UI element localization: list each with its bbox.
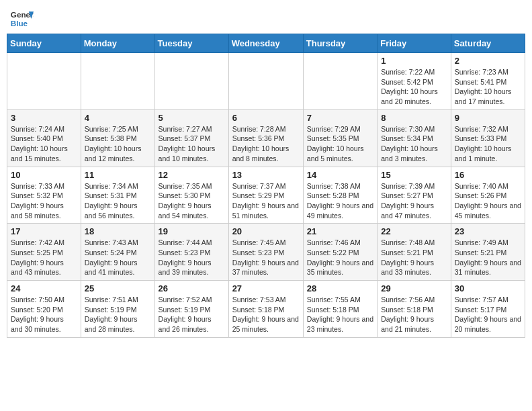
- weekday-header-monday: Monday: [81, 34, 154, 53]
- day-info: Sunrise: 7:55 AM Sunset: 5:18 PM Dayligh…: [307, 295, 373, 334]
- calendar-cell: 29Sunrise: 7:56 AM Sunset: 5:18 PM Dayli…: [378, 281, 451, 338]
- day-info: Sunrise: 7:43 AM Sunset: 5:24 PM Dayligh…: [85, 238, 151, 277]
- day-info: Sunrise: 7:40 AM Sunset: 5:26 PM Dayligh…: [455, 181, 521, 221]
- day-number: 9: [455, 113, 521, 123]
- day-info: Sunrise: 7:35 AM Sunset: 5:30 PM Dayligh…: [159, 181, 225, 221]
- day-info: Sunrise: 7:32 AM Sunset: 5:33 PM Dayligh…: [455, 124, 521, 164]
- day-number: 8: [381, 113, 447, 123]
- calendar-cell: 30Sunrise: 7:57 AM Sunset: 5:17 PM Dayli…: [451, 281, 525, 338]
- day-info: Sunrise: 7:24 AM Sunset: 5:40 PM Dayligh…: [11, 124, 77, 164]
- calendar-cell: [154, 53, 228, 110]
- day-info: Sunrise: 7:33 AM Sunset: 5:32 PM Dayligh…: [11, 181, 77, 221]
- day-info: Sunrise: 7:48 AM Sunset: 5:21 PM Dayligh…: [381, 238, 447, 277]
- day-number: 7: [307, 113, 373, 123]
- calendar-cell: 6Sunrise: 7:28 AM Sunset: 5:36 PM Daylig…: [228, 109, 303, 167]
- day-info: Sunrise: 7:50 AM Sunset: 5:20 PM Dayligh…: [11, 295, 77, 334]
- calendar-cell: 19Sunrise: 7:44 AM Sunset: 5:23 PM Dayli…: [154, 224, 228, 281]
- day-number: 11: [85, 170, 151, 180]
- weekday-header-friday: Friday: [378, 34, 451, 53]
- day-number: 24: [11, 283, 77, 293]
- weekday-header-thursday: Thursday: [303, 34, 377, 53]
- day-number: 18: [85, 226, 151, 236]
- calendar-cell: 5Sunrise: 7:27 AM Sunset: 5:37 PM Daylig…: [154, 109, 228, 167]
- calendar-cell: 4Sunrise: 7:25 AM Sunset: 5:38 PM Daylig…: [81, 109, 154, 167]
- day-number: 5: [159, 113, 225, 123]
- day-number: 29: [381, 283, 447, 293]
- day-info: Sunrise: 7:53 AM Sunset: 5:18 PM Dayligh…: [232, 295, 300, 334]
- day-number: 26: [159, 283, 225, 293]
- calendar-cell: 11Sunrise: 7:34 AM Sunset: 5:31 PM Dayli…: [81, 167, 154, 224]
- day-number: 16: [455, 170, 521, 180]
- calendar-cell: 12Sunrise: 7:35 AM Sunset: 5:30 PM Dayli…: [154, 167, 228, 224]
- calendar-cell: 7Sunrise: 7:29 AM Sunset: 5:35 PM Daylig…: [303, 109, 377, 167]
- day-info: Sunrise: 7:30 AM Sunset: 5:34 PM Dayligh…: [381, 124, 447, 164]
- day-number: 3: [11, 113, 77, 123]
- calendar-cell: 21Sunrise: 7:46 AM Sunset: 5:22 PM Dayli…: [303, 224, 377, 281]
- calendar-cell: 9Sunrise: 7:32 AM Sunset: 5:33 PM Daylig…: [451, 109, 525, 167]
- day-number: 6: [232, 113, 300, 123]
- weekday-header-wednesday: Wednesday: [228, 34, 303, 53]
- week-row-3: 10Sunrise: 7:33 AM Sunset: 5:32 PM Dayli…: [7, 167, 525, 224]
- day-info: Sunrise: 7:52 AM Sunset: 5:19 PM Dayligh…: [159, 295, 225, 334]
- weekday-header-tuesday: Tuesday: [154, 34, 228, 53]
- day-info: Sunrise: 7:45 AM Sunset: 5:23 PM Dayligh…: [232, 238, 300, 277]
- calendar-table: SundayMondayTuesdayWednesdayThursdayFrid…: [7, 34, 525, 338]
- calendar-cell: 24Sunrise: 7:50 AM Sunset: 5:20 PM Dayli…: [7, 281, 81, 338]
- day-number: 10: [11, 170, 77, 180]
- day-info: Sunrise: 7:44 AM Sunset: 5:23 PM Dayligh…: [159, 238, 225, 277]
- day-number: 21: [307, 226, 373, 236]
- day-number: 1: [381, 56, 447, 66]
- week-row-5: 24Sunrise: 7:50 AM Sunset: 5:20 PM Dayli…: [7, 281, 525, 338]
- day-number: 15: [381, 170, 447, 180]
- day-info: Sunrise: 7:39 AM Sunset: 5:27 PM Dayligh…: [381, 181, 447, 221]
- page-header: General Blue: [7, 7, 525, 31]
- calendar-cell: 20Sunrise: 7:45 AM Sunset: 5:23 PM Dayli…: [228, 224, 303, 281]
- day-number: 2: [455, 56, 521, 66]
- calendar-cell: 17Sunrise: 7:42 AM Sunset: 5:25 PM Dayli…: [7, 224, 81, 281]
- day-number: 28: [307, 283, 373, 293]
- day-info: Sunrise: 7:28 AM Sunset: 5:36 PM Dayligh…: [232, 124, 300, 164]
- calendar-cell: 23Sunrise: 7:49 AM Sunset: 5:21 PM Dayli…: [451, 224, 525, 281]
- calendar-cell: [81, 53, 154, 110]
- day-number: 27: [232, 283, 300, 293]
- day-info: Sunrise: 7:27 AM Sunset: 5:37 PM Dayligh…: [159, 124, 225, 164]
- weekday-header-row: SundayMondayTuesdayWednesdayThursdayFrid…: [7, 34, 525, 53]
- weekday-header-sunday: Sunday: [7, 34, 81, 53]
- day-number: 22: [381, 226, 447, 236]
- calendar-cell: [7, 53, 81, 110]
- calendar-cell: 28Sunrise: 7:55 AM Sunset: 5:18 PM Dayli…: [303, 281, 377, 338]
- day-info: Sunrise: 7:46 AM Sunset: 5:22 PM Dayligh…: [307, 238, 373, 277]
- calendar-cell: 16Sunrise: 7:40 AM Sunset: 5:26 PM Dayli…: [451, 167, 525, 224]
- week-row-2: 3Sunrise: 7:24 AM Sunset: 5:40 PM Daylig…: [7, 109, 525, 167]
- logo: General Blue: [9, 7, 34, 31]
- day-info: Sunrise: 7:51 AM Sunset: 5:19 PM Dayligh…: [85, 295, 151, 334]
- day-info: Sunrise: 7:29 AM Sunset: 5:35 PM Dayligh…: [307, 124, 373, 164]
- calendar-cell: 18Sunrise: 7:43 AM Sunset: 5:24 PM Dayli…: [81, 224, 154, 281]
- day-number: 14: [307, 170, 373, 180]
- day-info: Sunrise: 7:56 AM Sunset: 5:18 PM Dayligh…: [381, 295, 447, 334]
- day-info: Sunrise: 7:38 AM Sunset: 5:28 PM Dayligh…: [307, 181, 373, 221]
- calendar-cell: 25Sunrise: 7:51 AM Sunset: 5:19 PM Dayli…: [81, 281, 154, 338]
- day-info: Sunrise: 7:42 AM Sunset: 5:25 PM Dayligh…: [11, 238, 77, 277]
- calendar-cell: 27Sunrise: 7:53 AM Sunset: 5:18 PM Dayli…: [228, 281, 303, 338]
- calendar-cell: 13Sunrise: 7:37 AM Sunset: 5:29 PM Dayli…: [228, 167, 303, 224]
- day-info: Sunrise: 7:22 AM Sunset: 5:42 PM Dayligh…: [381, 67, 447, 107]
- week-row-4: 17Sunrise: 7:42 AM Sunset: 5:25 PM Dayli…: [7, 224, 525, 281]
- day-info: Sunrise: 7:49 AM Sunset: 5:21 PM Dayligh…: [455, 238, 521, 277]
- calendar-cell: 1Sunrise: 7:22 AM Sunset: 5:42 PM Daylig…: [378, 53, 451, 110]
- calendar-cell: 15Sunrise: 7:39 AM Sunset: 5:27 PM Dayli…: [378, 167, 451, 224]
- calendar-cell: 26Sunrise: 7:52 AM Sunset: 5:19 PM Dayli…: [154, 281, 228, 338]
- calendar-cell: 3Sunrise: 7:24 AM Sunset: 5:40 PM Daylig…: [7, 109, 81, 167]
- day-number: 13: [232, 170, 300, 180]
- calendar-cell: 8Sunrise: 7:30 AM Sunset: 5:34 PM Daylig…: [378, 109, 451, 167]
- day-info: Sunrise: 7:34 AM Sunset: 5:31 PM Dayligh…: [85, 181, 151, 221]
- week-row-1: 1Sunrise: 7:22 AM Sunset: 5:42 PM Daylig…: [7, 53, 525, 110]
- calendar-cell: [228, 53, 303, 110]
- calendar-cell: 10Sunrise: 7:33 AM Sunset: 5:32 PM Dayli…: [7, 167, 81, 224]
- day-number: 20: [232, 226, 300, 236]
- day-number: 12: [159, 170, 225, 180]
- day-number: 19: [159, 226, 225, 236]
- day-number: 23: [455, 226, 521, 236]
- day-number: 30: [455, 283, 521, 293]
- weekday-header-saturday: Saturday: [451, 34, 525, 53]
